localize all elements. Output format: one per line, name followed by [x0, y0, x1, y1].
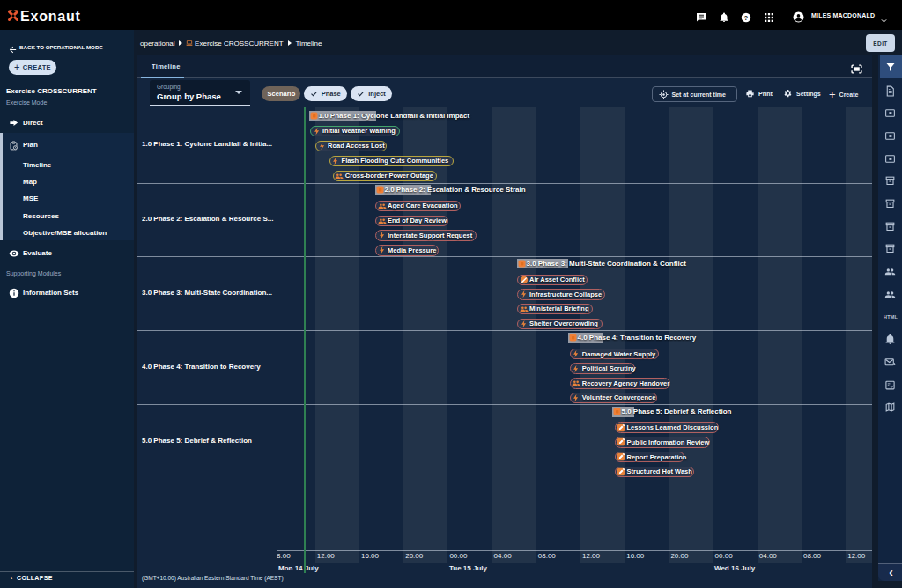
- svg-text:?: ?: [744, 14, 748, 20]
